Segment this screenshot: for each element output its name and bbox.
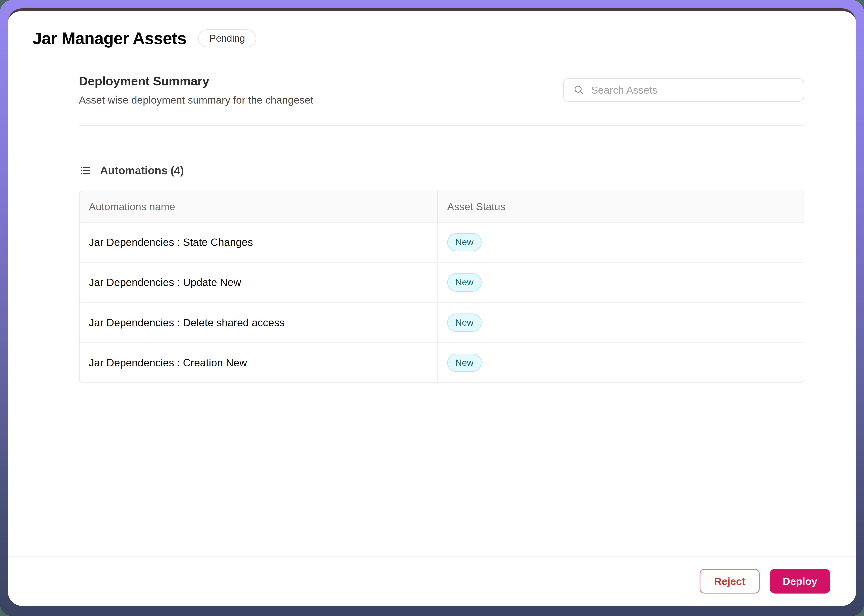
list-icon <box>79 164 92 177</box>
summary-text: Deployment Summary Asset wise deployment… <box>79 74 313 106</box>
automation-name: Jar Dependencies : Creation New <box>80 343 438 382</box>
summary-subtitle: Asset wise deployment summary for the ch… <box>79 94 313 106</box>
status-badge-new: New <box>447 354 482 372</box>
status-badge-new: New <box>447 233 482 251</box>
dialog-header: Jar Manager Assets Pending <box>8 11 856 48</box>
column-header-status: Asset Status <box>438 191 804 222</box>
status-badge-new: New <box>447 314 482 332</box>
table-row[interactable]: Jar Dependencies : Update New New <box>80 262 804 303</box>
reject-button[interactable]: Reject <box>700 569 760 594</box>
automation-status-cell: New <box>438 303 804 343</box>
summary-title: Deployment Summary <box>79 74 313 88</box>
summary-section: Deployment Summary Asset wise deployment… <box>79 74 804 126</box>
automation-name: Jar Dependencies : State Changes <box>80 223 438 262</box>
table-header-row: Automations name Asset Status <box>80 191 804 223</box>
automation-name: Jar Dependencies : Update New <box>80 262 438 302</box>
search-assets-box[interactable] <box>563 78 804 102</box>
automations-section-header: Automations (4) <box>79 164 804 177</box>
automation-status-cell: New <box>438 223 804 262</box>
deploy-button[interactable]: Deploy <box>770 569 830 594</box>
dialog-content: Deployment Summary Asset wise deployment… <box>79 48 804 556</box>
table-row[interactable]: Jar Dependencies : Creation New New <box>80 343 804 382</box>
dialog-footer: Reject Deploy <box>8 556 856 606</box>
automations-table: Automations name Asset Status Jar Depend… <box>79 190 804 383</box>
automation-name: Jar Dependencies : Delete shared access <box>80 303 438 343</box>
table-row[interactable]: Jar Dependencies : Delete shared access … <box>80 303 804 343</box>
table-row[interactable]: Jar Dependencies : State Changes New <box>80 223 804 262</box>
search-icon <box>573 84 584 96</box>
deployment-dialog: Jar Manager Assets Pending Deployment Su… <box>8 8 856 606</box>
search-input[interactable] <box>591 84 794 96</box>
status-badge-new: New <box>447 273 482 291</box>
automation-status-cell: New <box>438 343 804 382</box>
automations-section-label: Automations (4) <box>100 164 184 177</box>
status-badge: Pending <box>198 29 256 47</box>
page-title: Jar Manager Assets <box>33 29 186 48</box>
automation-status-cell: New <box>438 262 804 302</box>
column-header-name: Automations name <box>80 191 438 222</box>
